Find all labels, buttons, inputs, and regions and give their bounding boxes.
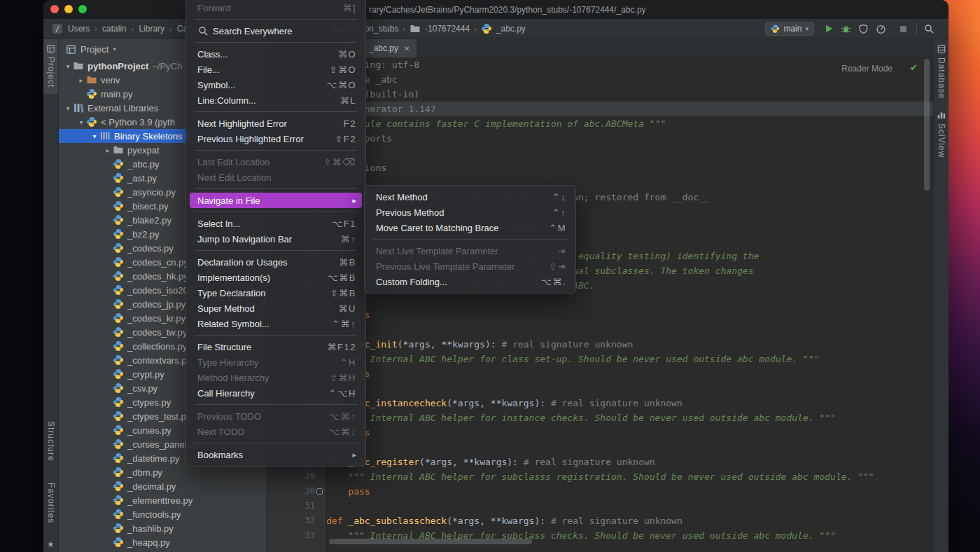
tree-item-hashlib-py[interactable]: _hashlib.py (59, 521, 266, 535)
menu-item-declaration-or-usages[interactable]: Declaration or Usages⌘B (190, 254, 362, 270)
menu-item-file-structure[interactable]: File Structure⌘F12 (190, 339, 362, 354)
tree-chevron-icon[interactable]: ▾ (76, 118, 86, 126)
tree-chevron-icon[interactable]: ▾ (90, 132, 99, 140)
menu-item-class[interactable]: Class...⌘O (190, 46, 362, 62)
tree-item-heapq-py[interactable]: _heapq.py (59, 535, 266, 549)
tree-item-label: _elementtree.py (127, 495, 192, 506)
menu-separator (373, 239, 567, 240)
menu-item-next-live-template-parameter[interactable]: Next Live Template Parameter⇥ (368, 243, 572, 258)
code-line[interactable]: 29 """ Internal ABC helper for subclasss… (266, 469, 933, 484)
code-line[interactable]: 32def _abc_subclasscheck(*args, **kwargs… (266, 513, 933, 528)
menu-item-file[interactable]: File...⇧⌘O (190, 62, 362, 77)
tree-item-label: _bisect.py (127, 201, 169, 212)
title-bar[interactable]: rary/Caches/JetBrains/PyCharm2020.3/pyth… (43, 0, 948, 19)
menu-item-type-hierarchy[interactable]: Type Hierarchy⌃H (190, 354, 362, 370)
breadcrumb-catalin[interactable]: catalin (102, 24, 127, 34)
menu-item-search-everywhere[interactable]: Search Everywhere (190, 23, 362, 39)
menu-item-label: Bookmarks (197, 450, 243, 460)
stop-button[interactable] (899, 25, 908, 34)
menu-item-select-in[interactable]: Select In...⌥F1 (190, 216, 362, 231)
menu-item-previous-todo[interactable]: Previous TODO⌥⌘↑ (190, 408, 362, 424)
python-icon (113, 214, 124, 226)
horizontal-scrollbar[interactable] (329, 539, 532, 544)
menu-shortcut: ⌥⌘↑ (329, 411, 356, 422)
svg-text:/: / (55, 25, 60, 34)
code-line[interactable]: 30 pass (266, 484, 933, 499)
menu-shortcut: ⌃⌥H (328, 388, 356, 399)
menu-item-symbol[interactable]: Symbol...⌥⌘O (190, 77, 362, 92)
menu-item-next-highlighted-error[interactable]: Next Highlighted ErrorF2 (190, 116, 362, 131)
breadcrumb-users[interactable]: Users (68, 24, 90, 34)
tree-chevron-icon[interactable]: ▸ (103, 146, 113, 154)
run-with-coverage-button[interactable] (858, 24, 869, 34)
breadcrumb-abc-py[interactable]: _abc.py (496, 24, 526, 34)
inspections-ok-icon[interactable]: ✔ (910, 62, 918, 73)
navigate-in-file-submenu: Next Method⌃↓Previous Method⌃↑Move Caret… (364, 185, 576, 294)
line-number: 32 (266, 513, 315, 528)
menu-item-label: Line:Column... (197, 95, 256, 106)
chevron-down-icon: ▾ (805, 25, 808, 32)
menu-item-last-edit-location[interactable]: Last Edit Location⇧⌘⌫ (190, 154, 362, 170)
fold-marker-icon[interactable] (316, 488, 323, 495)
tree-chevron-icon[interactable]: ▾ (63, 104, 73, 112)
minimize-window-button[interactable] (64, 5, 73, 13)
menu-item-call-hierarchy[interactable]: Call Hierarchy⌃⌥H (190, 385, 362, 401)
tree-item-label: _ast.py (127, 173, 157, 184)
breadcrumb-107672444[interactable]: -107672444 (425, 24, 470, 34)
tree-item-elementtree-py[interactable]: _elementtree.py (59, 493, 266, 507)
tree-item-functools-py[interactable]: _functools.py (59, 507, 266, 521)
tool-stripe-structure[interactable]: Structure (43, 416, 58, 468)
menu-item-move-caret-to-matching-brace[interactable]: Move Caret to Matching Brace⌃M (368, 220, 572, 235)
tree-item-dbm-py[interactable]: _dbm.py (59, 465, 266, 479)
tool-stripe-favorites[interactable]: Favorites (43, 478, 58, 530)
close-tab-icon[interactable]: ✕ (404, 45, 410, 53)
profiler-button[interactable] (876, 24, 886, 34)
menu-item-previous-live-template-parameter[interactable]: Previous Live Template Parameter⇧⇥ (368, 258, 572, 274)
run-config-selector[interactable]: main ▾ (765, 22, 814, 36)
zoom-window-button[interactable] (78, 5, 87, 13)
tree-chevron-icon[interactable]: ▾ (63, 62, 73, 70)
menu-item-next-method[interactable]: Next Method⌃↓ (368, 189, 572, 205)
menu-shortcut: ⌃⌘↑ (332, 319, 356, 329)
menu-item-bookmarks[interactable]: Bookmarks▸ (190, 447, 362, 462)
tool-stripe-label: Favorites (46, 483, 56, 523)
menu-item-previous-method[interactable]: Previous Method⌃↑ (368, 205, 572, 220)
tool-stripe-database[interactable]: Database (934, 39, 948, 105)
menu-item-previous-highlighted-error[interactable]: Previous Highlighted Error⇧F2 (190, 131, 362, 146)
left-tool-stripe: Project StructureFavorites★ (43, 39, 59, 552)
vertical-scrollbar[interactable] (924, 59, 930, 191)
python-icon (113, 354, 124, 366)
menu-item-custom-folding[interactable]: Custom Folding...⌥⌘. (368, 274, 572, 289)
debug-button[interactable] (841, 24, 851, 34)
search-everywhere-button[interactable] (924, 24, 934, 34)
menu-item-type-declaration[interactable]: Type Declaration⇧⌘B (190, 285, 362, 301)
menu-item-method-hierarchy[interactable]: Method Hierarchy⇧⌘H (190, 370, 362, 385)
menu-item-jump-to-navigation-bar[interactable]: Jump to Navigation Bar⌘↑ (190, 231, 362, 247)
menu-item-next-edit-location[interactable]: Next Edit Location (190, 170, 362, 185)
tool-stripe-project[interactable]: Project (43, 39, 58, 94)
menu-item-forward[interactable]: Forward⌘] (190, 0, 362, 15)
menu-item-related-symbol[interactable]: Related Symbol...⌃⌘↑ (190, 316, 362, 331)
menu-item-line-column[interactable]: Line:Column...⌘L (190, 92, 362, 108)
menu-item-label: Move Caret to Matching Brace (376, 223, 499, 233)
tree-item-decimal-py[interactable]: _decimal.py (59, 479, 266, 493)
favorites-star-icon[interactable]: ★ (47, 539, 55, 549)
python-icon (113, 312, 124, 324)
close-window-button[interactable] (50, 5, 59, 13)
menu-item-label: Next Live Template Parameter (376, 246, 498, 256)
menu-item-next-todo[interactable]: Next TODO⌥⌘↓ (190, 424, 362, 439)
menu-item-label: Related Symbol... (197, 319, 270, 329)
breadcrumb-library[interactable]: Library (139, 24, 164, 34)
menu-item-implementation-s[interactable]: Implementation(s)⌥⌘B (190, 270, 362, 285)
menu-item-label: Type Declaration (197, 288, 266, 298)
menu-item-label: Implementation(s) (197, 272, 270, 283)
sciview-icon (937, 110, 946, 120)
run-button[interactable] (824, 24, 834, 34)
menu-item-super-method[interactable]: Super Method⌘U (190, 301, 362, 316)
menu-item-navigate-in-file[interactable]: Navigate in File▸ (190, 193, 362, 208)
python-icon (113, 410, 124, 422)
code-line[interactable]: 31 (266, 499, 933, 513)
menu-item-label: Select In... (197, 219, 240, 229)
tree-chevron-icon[interactable]: ▸ (76, 76, 86, 84)
tool-stripe-sciview[interactable]: SciView (934, 105, 948, 164)
